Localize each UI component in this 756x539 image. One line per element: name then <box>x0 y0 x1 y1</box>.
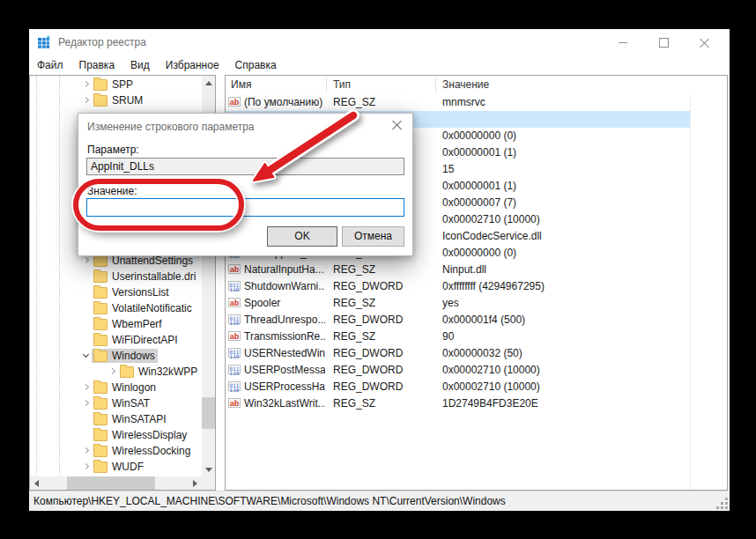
cancel-button[interactable]: Отмена <box>342 226 404 247</box>
tree-item-userinstallable-dri[interactable]: Userinstallable.dri <box>30 269 216 284</box>
vertical-scroll-thumb[interactable] <box>202 397 215 429</box>
header-separator[interactable] <box>326 78 327 92</box>
header-separator[interactable] <box>435 78 436 92</box>
value-data: 0x00000000 (0) <box>442 129 687 142</box>
folder-icon <box>93 351 107 362</box>
expander-icon[interactable] <box>81 271 92 282</box>
title-bar: Редактор реестра <box>29 29 730 55</box>
tree-item-wifidirectapi[interactable]: WiFiDirectAPI <box>30 332 216 348</box>
value-type: REG_DWORD <box>333 380 434 393</box>
tree-horizontal-scrollbar[interactable] <box>30 476 202 490</box>
folder-icon <box>93 382 107 394</box>
scroll-right-button[interactable] <box>189 476 202 490</box>
expander-icon[interactable] <box>81 95 92 106</box>
expander-icon[interactable] <box>81 303 92 314</box>
ok-button[interactable]: OK <box>267 226 337 247</box>
tree-item-winlogon[interactable]: Winlogon <box>30 380 216 395</box>
expander-icon[interactable] <box>81 287 92 298</box>
value-input[interactable] <box>86 198 404 217</box>
string-value-icon: ab <box>228 331 241 341</box>
close-button[interactable] <box>684 29 724 55</box>
scroll-up-button[interactable] <box>202 76 215 90</box>
value-data: 0x00002710 (10000) <box>442 364 687 376</box>
value-data: yes <box>442 297 687 309</box>
value-name: USERProcessHa... <box>244 380 325 393</box>
maximize-icon <box>659 38 669 48</box>
scrollbar-corner <box>202 476 215 490</box>
folder-icon <box>93 446 107 457</box>
value-name: ThreadUnrespo... <box>244 314 325 326</box>
scroll-down-button[interactable] <box>202 462 215 476</box>
menu-item-help[interactable]: Справка <box>227 59 285 71</box>
menu-bar: Файл Правка Вид Избранное Справка <box>29 55 730 75</box>
resize-grip-icon[interactable] <box>716 498 728 509</box>
value-data: 0x00000001 (1) <box>442 180 687 192</box>
value-name: NaturalInputHa... <box>244 263 325 276</box>
tree-item-wirelessdocking[interactable]: WirelessDocking <box>30 443 216 459</box>
value-data: 0x00002710 (10000) <box>442 213 687 225</box>
registry-row[interactable]: ab Win32kLastWrit... REG_SZ 1D2749B4FD3E… <box>226 395 690 412</box>
registry-row[interactable]: ab Spooler REG_SZ yes <box>226 295 690 312</box>
expander-icon[interactable] <box>81 255 92 266</box>
tree-item-volatilenotificatic[interactable]: VolatileNotificatic <box>30 300 216 316</box>
folder-icon <box>93 461 107 473</box>
registry-row[interactable]: 011110 ThreadUnrespo... REG_DWORD 0x0000… <box>226 312 690 329</box>
folder-icon <box>93 287 107 299</box>
expander-icon[interactable] <box>81 430 92 440</box>
registry-row[interactable]: ab (По умолчанию) REG_SZ mnmsrvc <box>226 94 690 111</box>
value-data: 0x00000001 (1) <box>442 146 687 159</box>
minimize-button[interactable] <box>603 29 643 55</box>
expander-icon[interactable] <box>107 366 118 377</box>
expander-icon[interactable] <box>81 446 92 456</box>
dialog-title: Изменение строкового параметра <box>87 121 255 133</box>
close-icon <box>700 38 709 48</box>
registry-row[interactable]: 011110 ShutdownWarni... REG_DWORD 0xffff… <box>226 278 690 295</box>
status-bar: Компьютер\HKEY_LOCAL_MACHINE\SOFTWARE\Mi… <box>29 491 730 511</box>
expander-icon[interactable] <box>81 335 92 345</box>
registry-row[interactable]: 011110 USERPostMessa... REG_DWORD 0x0000… <box>226 362 690 379</box>
column-header-name[interactable]: Имя <box>231 78 251 91</box>
expander-icon[interactable] <box>81 79 92 90</box>
menu-item-view[interactable]: Вид <box>122 59 158 71</box>
tree-item-windows[interactable]: Windows <box>30 348 216 364</box>
folder-icon <box>93 95 107 107</box>
scroll-left-button[interactable] <box>30 476 43 490</box>
value-type: REG_SZ <box>333 397 434 410</box>
expander-icon[interactable] <box>81 414 92 425</box>
tree-item-srum[interactable]: SRUM <box>30 92 216 108</box>
expander-icon[interactable] <box>81 319 92 329</box>
menu-item-edit[interactable]: Правка <box>71 59 123 71</box>
expander-icon[interactable] <box>81 351 92 361</box>
tree-item-winsatapi[interactable]: WinSATAPI <box>30 411 216 427</box>
expander-icon[interactable] <box>81 461 92 472</box>
tree-item-wudf[interactable]: WUDF <box>30 459 216 475</box>
folder-icon <box>93 79 107 91</box>
tree-item-versionslist[interactable]: VersionsList <box>30 284 216 300</box>
menu-item-file[interactable]: Файл <box>29 59 71 71</box>
value-data: 15 <box>442 163 687 175</box>
tree-item-spp[interactable]: SPP <box>30 77 216 92</box>
registry-app-icon <box>37 35 51 49</box>
registry-row[interactable]: 011110 USERProcessHa... REG_DWORD 0x0000… <box>226 379 690 395</box>
value-type: REG_DWORD <box>333 364 434 376</box>
maximize-button[interactable] <box>643 29 684 55</box>
edit-string-dialog: Изменение строкового параметра Параметр:… <box>78 113 413 256</box>
tree-item-wbemperf[interactable]: WbemPerf <box>30 316 216 332</box>
column-header-type[interactable]: Тип <box>333 78 351 91</box>
horizontal-scroll-thumb[interactable] <box>67 476 155 490</box>
string-value-icon: ab <box>228 398 241 408</box>
expander-icon[interactable] <box>81 382 92 393</box>
tree-item-win32kwpp[interactable]: Win32kWPP <box>30 364 216 380</box>
tree-item-wirelessdisplay[interactable]: WirelessDisplay <box>30 427 216 443</box>
arrow-right-icon <box>193 480 197 487</box>
dialog-close-button[interactable] <box>390 118 404 132</box>
registry-row[interactable]: ab NaturalInputHa... REG_SZ Ninput.dll <box>226 262 690 278</box>
menu-item-favorites[interactable]: Избранное <box>158 59 227 71</box>
value-data: 0x00000000 (0) <box>442 247 687 259</box>
tree-item-winsat[interactable]: WinSAT <box>30 395 216 411</box>
expander-icon[interactable] <box>81 398 92 409</box>
registry-row[interactable]: 011110 USERNestedWin... REG_DWORD 0x0000… <box>226 345 690 362</box>
column-header-value[interactable]: Значение <box>442 78 489 91</box>
registry-row[interactable]: ab TransmissionRe... REG_SZ 90 <box>226 329 690 345</box>
regedit-window: Редактор реестра Файл Правка Вид Избранн… <box>29 29 730 511</box>
